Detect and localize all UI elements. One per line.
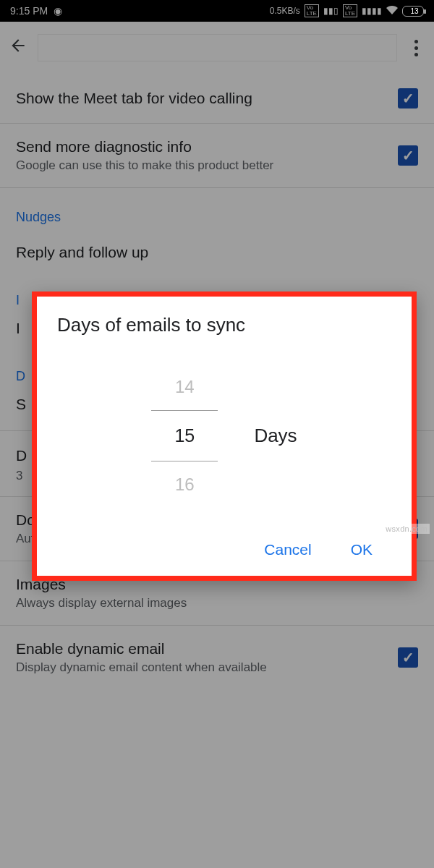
picker-prev-value[interactable]: 14: [151, 364, 218, 410]
sync-days-dialog: Days of emails to sync 14 15 16 Days Can…: [37, 297, 412, 576]
cancel-button[interactable]: Cancel: [264, 541, 311, 558]
picker-current-value[interactable]: 15: [151, 410, 218, 461]
picker-next-value[interactable]: 16: [151, 461, 218, 508]
ok-button[interactable]: OK: [351, 541, 373, 558]
number-picker[interactable]: 14 15 16 Days: [57, 357, 391, 528]
dialog-title: Days of emails to sync: [57, 314, 391, 336]
picker-wheel[interactable]: 14 15 16: [151, 364, 218, 508]
picker-unit-label: Days: [254, 425, 297, 447]
dialog-highlight-border: Days of emails to sync 14 15 16 Days Can…: [32, 292, 417, 581]
watermark: wsxdn.com: [383, 524, 430, 534]
